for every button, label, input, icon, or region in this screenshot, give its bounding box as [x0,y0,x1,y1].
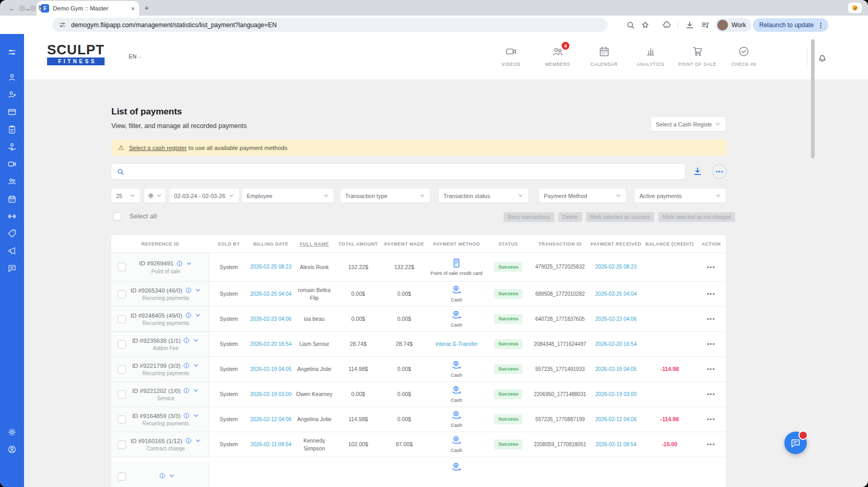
payment-received-link[interactable]: 2026-02-11 08:54 [589,441,643,448]
chevron-down-icon[interactable] [192,337,199,344]
chevron-down-icon[interactable] [195,287,201,294]
chat-widget-button[interactable] [784,432,807,454]
date-range-select[interactable]: 02-03-24 - 02-03-26 [169,189,239,203]
payment-received-link[interactable]: 2026-02-19 04:05 [589,366,643,373]
col-balance-credit[interactable]: BALANCE (CREDIT) [643,241,696,247]
megaphone-icon[interactable] [7,246,17,256]
info-icon[interactable] [185,287,192,294]
row-checkbox[interactable] [118,440,126,449]
mark-success-button[interactable]: Mark selected as success [586,212,655,222]
new-tab-button[interactable]: + [144,3,149,12]
chevron-down-icon[interactable] [195,437,201,444]
info-icon[interactable] [183,412,190,419]
site-settings-icon[interactable] [59,21,66,29]
row-checkbox[interactable] [118,365,126,374]
search-box[interactable] [111,164,685,179]
filter-settings-select[interactable] [144,189,165,203]
row-actions-button[interactable]: ••• [696,263,726,271]
col-payment-method[interactable]: PAYMENT METHOD [427,241,486,247]
chevron-down-icon[interactable] [192,362,199,369]
billing-date-link[interactable]: 2026-02-19 04:05 [248,366,293,373]
account-icon[interactable] [7,445,17,454]
search-input[interactable] [129,168,680,176]
col-action[interactable]: ACTION [696,241,726,247]
chat-icon[interactable] [7,263,17,273]
reload-button[interactable]: ↻ [38,4,44,13]
downloads-icon[interactable] [685,20,694,30]
row-actions-button[interactable]: ••• [696,440,726,448]
billing-date-link[interactable]: 2026-02-12 04:06 [248,416,293,423]
retry-transactions-button[interactable]: Retry transactions [504,212,554,222]
gear-icon[interactable] [7,427,17,437]
row-checkbox[interactable] [118,390,126,399]
info-icon[interactable] [185,312,192,319]
browser-profile-button[interactable]: Work [715,18,751,32]
extension-corner-widget[interactable]: ✓ [848,3,862,13]
payment-received-link[interactable]: 2026-02-25 08:23 [589,263,643,271]
notifications-bell-icon[interactable] [817,52,828,63]
sliders-icon[interactable] [7,48,17,57]
more-options-button[interactable]: ••• [712,164,727,179]
row-checkbox[interactable] [118,315,126,323]
col-sold-by[interactable]: SOLD BY [209,241,248,247]
select-all-checkbox[interactable] [113,212,121,221]
nav-item-videos[interactable]: VIDEOS [488,45,534,67]
user-icon[interactable] [7,73,17,82]
dumbbell-icon[interactable] [7,212,17,221]
payment-received-link[interactable]: 2026-02-12 04:06 [589,416,643,423]
employee-select[interactable]: Employee [242,189,334,203]
url-text[interactable]: demogym.fliipapp.com/management/statisti… [71,21,277,29]
col-billing-date[interactable]: BILLING DATE [248,241,293,247]
zoom-page-icon[interactable] [626,20,635,30]
row-actions-button[interactable]: ••• [696,315,726,323]
payment-received-link[interactable]: 2026-02-25 04:04 [589,291,643,298]
chevron-down-icon[interactable] [192,387,199,394]
info-icon[interactable] [183,362,190,369]
payment-received-link[interactable]: 2026-02-23 04:06 [589,316,643,323]
per-page-select[interactable]: 25 [111,189,140,203]
chevron-down-icon[interactable] [192,412,199,419]
nav-item-analytics[interactable]: ANALYTICS [627,45,674,67]
payment-received-link[interactable]: 2026-02-20 16:54 [589,341,643,348]
relaunch-to-update-button[interactable]: Relaunch to update ⋮ [753,18,828,32]
reading-list-icon[interactable] [701,20,710,30]
info-icon[interactable] [183,337,190,344]
address-bar[interactable]: demogym.fliipapp.com/management/statisti… [52,18,608,32]
transaction-type-select[interactable]: Transaction type [340,189,430,203]
nav-item-calendar[interactable]: CALENDAR [581,45,627,67]
chevron-down-icon[interactable] [168,472,175,479]
info-icon[interactable] [185,437,192,444]
calendar-icon[interactable] [7,194,17,204]
extensions-puzzle-icon[interactable] [662,20,671,30]
row-actions-button[interactable]: ••• [696,390,726,398]
col-total-amount[interactable]: TOTAL AMOUNT [335,241,381,247]
user-group-icon[interactable] [7,177,17,186]
info-icon[interactable] [159,472,166,479]
back-button[interactable]: ← [8,4,16,13]
payment-method-select[interactable]: Payment Method [539,189,626,203]
select-cash-register-link[interactable]: Select a cash register [129,145,187,151]
language-selector[interactable]: EN – [129,53,142,60]
billing-date-link[interactable]: 2026-02-11 08:54 [248,441,293,448]
row-actions-button[interactable]: ••• [696,340,726,348]
info-icon[interactable] [176,260,183,267]
payment-received-link[interactable]: 2026-02-19 03:00 [589,391,643,398]
user-add-icon[interactable] [7,90,17,99]
nav-item-members[interactable]: 4 MEMBERS [534,45,581,67]
chevron-down-icon[interactable] [186,260,192,267]
page-scrollbar[interactable] [811,39,815,158]
transaction-status-select[interactable]: Transaction status [439,189,528,203]
video-camera-icon[interactable] [7,159,17,169]
row-checkbox[interactable] [118,472,126,481]
tag-icon[interactable] [7,229,17,238]
col-reference-id[interactable]: REFERENCE ID [111,241,209,247]
tab-close-icon[interactable]: × [131,5,135,13]
info-icon[interactable] [183,387,190,394]
chevron-down-icon[interactable] [195,312,201,319]
cash-register-select[interactable]: Select a Cash Register [651,117,725,131]
col-status[interactable]: STATUS [486,241,531,247]
credit-card-icon[interactable] [7,107,17,117]
row-checkbox[interactable] [118,263,126,271]
col-payment-received[interactable]: PAYMENT RECEIVED [589,241,643,247]
sculpt-fitness-logo[interactable]: SCULPT FITNESS [47,43,105,65]
